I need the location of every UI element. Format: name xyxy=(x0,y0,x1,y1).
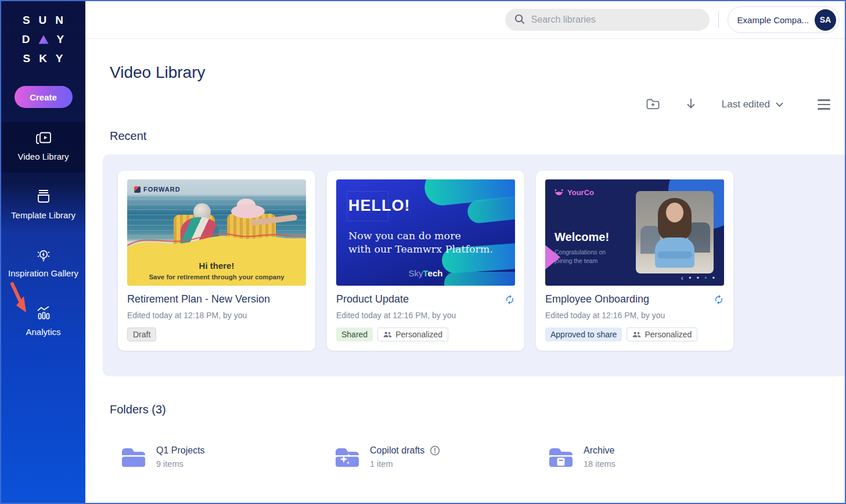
topbar-divider xyxy=(718,11,719,28)
sidebar-item-label: Video Library xyxy=(17,150,69,164)
logo-triangle-icon xyxy=(39,35,49,44)
add-folder-icon xyxy=(646,97,660,112)
thumbnail-line2: with our Teamwrx Platform. xyxy=(348,243,493,256)
skytech-brand-logo: SkyTech xyxy=(336,268,515,278)
page-title: Video Library xyxy=(110,63,845,82)
sidebar-nav: Video Library Template Library xyxy=(1,122,85,347)
logo-letter: Y xyxy=(57,33,65,46)
folder-count: 18 items xyxy=(584,459,615,469)
video-library-icon xyxy=(35,131,52,145)
sidebar-item-inspiration-gallery[interactable]: Inspiration Gallery xyxy=(1,238,85,289)
topbar: Example Compa... SA xyxy=(85,1,845,39)
folder-count: 1 item xyxy=(370,459,440,469)
analytics-icon xyxy=(35,305,52,321)
account-name: Example Compa... xyxy=(737,15,809,25)
logo-letter: K xyxy=(39,52,48,65)
template-library-icon xyxy=(35,189,52,204)
search-input[interactable] xyxy=(531,15,701,25)
folder-name: Archive xyxy=(584,445,614,456)
recent-heading: Recent xyxy=(110,129,845,143)
sidebar-item-video-library[interactable]: Video Library xyxy=(1,122,85,172)
logo-letter: N xyxy=(55,14,64,27)
sidebar: S U N D Y S K Y Create xyxy=(1,1,85,503)
download-button[interactable] xyxy=(685,97,697,112)
sundaysky-logo: S U N D Y S K Y xyxy=(22,14,64,65)
thumbnail-subline: Save for retirement through your company xyxy=(127,273,306,280)
page-content: Video Library xyxy=(85,39,845,503)
video-thumbnail[interactable]: Hi there! Save for retirement through yo… xyxy=(127,179,306,286)
carousel-dots[interactable]: ‹ • • • • xyxy=(681,274,717,282)
status-badge-draft: Draft xyxy=(127,327,156,341)
logo-letter: Y xyxy=(56,52,64,65)
folder-name: Copilot drafts xyxy=(370,445,424,456)
search-box[interactable] xyxy=(505,9,710,31)
library-toolbar: Last edited xyxy=(85,97,830,112)
download-arrow-icon xyxy=(685,97,697,112)
sort-dropdown[interactable]: Last edited xyxy=(722,99,784,110)
employee-photo xyxy=(636,191,714,273)
main-area: Example Compa... SA Video Library xyxy=(85,1,845,503)
video-title: Employee Onboarding xyxy=(545,293,649,305)
video-title: Retirement Plan - New Version xyxy=(127,293,270,305)
folder-count: 9 items xyxy=(156,459,205,469)
thumbnail-subline: Congratulations on joining the team xyxy=(555,248,618,265)
video-card-product-update[interactable]: HELLO! Now you can do more with our Team… xyxy=(327,171,524,351)
folder-item-copilot-drafts[interactable]: Copilot drafts 1 item xyxy=(334,445,548,469)
folders-heading: Folders (3) xyxy=(110,403,845,416)
chevron-down-icon xyxy=(775,99,784,110)
create-button[interactable]: Create xyxy=(15,86,73,108)
account-chip[interactable]: Example Compa... SA xyxy=(728,6,840,33)
add-folder-button[interactable] xyxy=(646,97,660,112)
video-thumbnail[interactable]: HELLO! Now you can do more with our Team… xyxy=(336,179,515,286)
avatar[interactable]: SA xyxy=(815,9,836,31)
status-badge-personalized: Personalized xyxy=(627,327,697,341)
logo-letter: S xyxy=(23,14,31,27)
thumbnail-headline: HELLO! xyxy=(348,197,411,215)
video-title: Product Update xyxy=(336,293,409,305)
folder-sparkles-icon xyxy=(334,445,361,469)
video-edited-meta: Edited today at 12:16 PM, by you xyxy=(336,311,515,320)
users-icon xyxy=(632,331,641,338)
folder-icon xyxy=(120,445,147,469)
forward-brand-logo: FORWARD xyxy=(134,186,181,193)
app-window: S U N D Y S K Y Create xyxy=(0,0,846,504)
video-card-retirement[interactable]: Hi there! Save for retirement through yo… xyxy=(118,171,315,351)
person-figure xyxy=(231,204,265,218)
folder-name: Q1 Projects xyxy=(156,445,205,456)
sidebar-item-label: Template Library xyxy=(11,209,75,222)
video-thumbnail[interactable]: YourCo Welcome! Congratulations on joini… xyxy=(545,179,724,286)
list-view-menu-button[interactable] xyxy=(818,99,830,110)
sync-icon xyxy=(505,294,515,305)
status-badge-personalized: Personalized xyxy=(377,327,448,341)
video-edited-meta: Edited today at 12:16 PM, by you xyxy=(545,311,724,320)
folder-item-q1-projects[interactable]: Q1 Projects 9 items xyxy=(120,445,334,469)
thumbnail-headline: Welcome! xyxy=(555,231,609,244)
inspiration-gallery-icon xyxy=(35,247,52,262)
sidebar-item-analytics[interactable]: Analytics xyxy=(1,297,85,348)
users-icon xyxy=(383,331,392,338)
yourco-logo-icon xyxy=(554,189,564,196)
thumbnail-line1: Now you can do more xyxy=(348,229,493,243)
logo-letter: D xyxy=(22,33,31,46)
sync-button[interactable] xyxy=(505,294,515,305)
folder-item-archive[interactable]: Archive 18 items xyxy=(548,445,761,469)
video-edited-meta: Edited today at 12:18 PM, by you xyxy=(127,311,306,320)
info-icon[interactable] xyxy=(430,445,440,456)
video-card-employee-onboarding[interactable]: YourCo Welcome! Congratulations on joini… xyxy=(536,171,733,351)
sync-button[interactable] xyxy=(714,294,724,305)
sort-label: Last edited xyxy=(722,99,770,110)
search-icon xyxy=(514,13,525,27)
sync-icon xyxy=(714,294,724,305)
thumbnail-headline: Hi there! xyxy=(127,261,306,271)
yourco-brand-logo: YourCo xyxy=(554,188,594,197)
status-badge-shared: Shared xyxy=(336,327,373,341)
folder-archive-icon xyxy=(548,445,574,469)
sidebar-item-label: Analytics xyxy=(26,326,60,339)
sidebar-item-template-library[interactable]: Template Library xyxy=(1,180,85,231)
logo-letter: S xyxy=(23,52,31,65)
sidebar-item-label: Inspiration Gallery xyxy=(8,267,78,280)
logo-letter: U xyxy=(39,14,48,27)
status-badge-approved: Approved to share xyxy=(545,327,622,341)
folders-list: Q1 Projects 9 items xyxy=(120,445,845,469)
forward-flag-icon xyxy=(134,186,141,193)
